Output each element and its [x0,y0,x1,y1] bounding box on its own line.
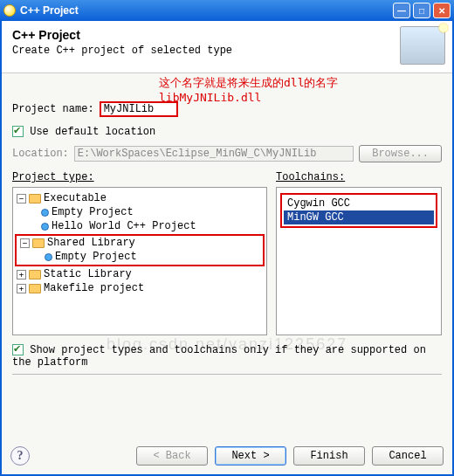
folder-icon [29,194,41,204]
folder-icon [29,284,41,293]
next-button[interactable]: Next > [215,446,286,466]
wizard-banner: C++ Project Create C++ project of select… [2,21,452,73]
toolchains-label: Toolchains: [276,171,442,183]
project-icon [41,223,49,231]
tree-item[interactable]: Empty Project [15,205,265,219]
folder-icon [32,238,45,248]
app-icon [3,4,16,17]
window-title: C++ Project [20,4,79,17]
collapse-icon[interactable]: − [20,238,30,248]
tree-item[interactable]: Hello World C++ Project [15,219,265,233]
show-supported-checkbox[interactable] [12,344,24,355]
back-button[interactable]: < Back [136,446,208,466]
toolchain-cygwin[interactable]: Cygwin GCC [284,197,434,210]
tree-group-makefile[interactable]: + Makefile project [15,281,265,295]
finish-button[interactable]: Finish [293,446,365,466]
tree-group-executable[interactable]: − Executable [15,191,265,205]
project-name-input[interactable] [100,101,178,117]
toolchains-list[interactable]: Cygwin GCC MinGW GCC [276,187,442,335]
browse-button[interactable]: Browse... [359,145,442,162]
title-bar: C++ Project — □ ✕ [0,0,454,21]
project-type-label: Project type: [12,171,267,183]
location-label: Location: [12,148,69,160]
tree-group-shared-library[interactable]: − Shared Library [18,236,261,250]
location-input [74,146,354,162]
expand-icon[interactable]: + [17,270,26,279]
collapse-icon[interactable]: − [17,194,26,204]
page-title: C++ Project [12,28,442,42]
expand-icon[interactable]: + [17,284,26,293]
project-icon [41,209,49,217]
close-button[interactable]: ✕ [433,3,451,18]
tree-group-static-library[interactable]: + Static Library [15,267,265,281]
cancel-button[interactable]: Cancel [372,446,444,466]
project-name-label: Project name: [12,103,94,115]
toolchain-mingw[interactable]: MinGW GCC [284,210,434,224]
use-default-location-checkbox[interactable] [12,126,24,137]
folder-icon [29,270,41,279]
show-supported-label: Show project types and toolchains only i… [12,344,426,369]
project-type-tree[interactable]: − Executable Empty Project Hello World C… [12,187,267,335]
minimize-button[interactable]: — [393,3,410,18]
maximize-button[interactable]: □ [413,3,430,18]
page-subtitle: Create C++ project of selected type [12,45,442,57]
project-icon [45,253,52,261]
use-default-location-label: Use default location [30,126,155,138]
separator [12,374,442,375]
tree-item-empty-project[interactable]: Empty Project [18,250,261,264]
help-icon[interactable]: ? [10,446,30,466]
banner-new-project-icon [400,26,445,65]
